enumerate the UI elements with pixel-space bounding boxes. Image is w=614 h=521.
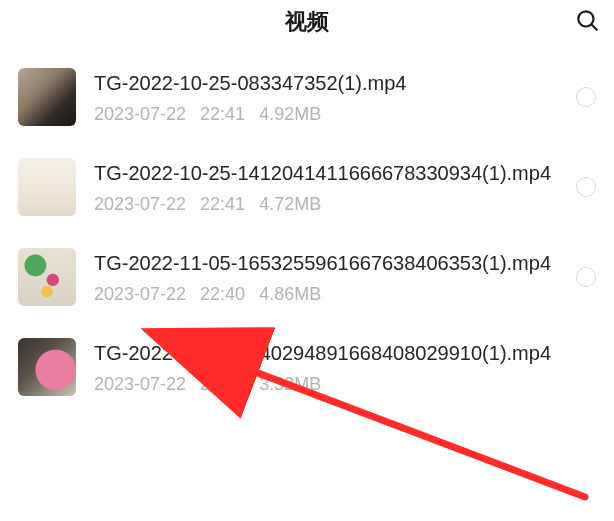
list-item[interactable]: TG-2022-11-14-1440294891668408029910(1).… [0,322,614,412]
file-date: 2023-07-22 [94,194,186,214]
file-info: TG-2022-10-25-083347352(1).mp4 2023-07-2… [94,69,558,125]
video-thumbnail [18,158,76,216]
file-name: TG-2022-10-25-083347352(1).mp4 [94,69,558,98]
file-date: 2023-07-22 [94,284,186,304]
file-info: TG-2022-10-25-1412041411666678330934(1).… [94,159,558,215]
list-item[interactable]: TG-2022-10-25-1412041411666678330934(1).… [0,142,614,232]
file-time: 22:40 [200,374,245,394]
file-meta: 2023-07-2222:414.92MB [94,104,558,125]
file-date: 2023-07-22 [94,104,186,124]
file-time: 22:40 [200,284,245,304]
video-thumbnail [18,248,76,306]
file-info: TG-2022-11-05-1653255961667638406353(1).… [94,249,558,305]
svg-line-1 [591,24,596,29]
file-meta: 2023-07-2222:414.72MB [94,194,558,215]
search-icon[interactable] [574,7,600,37]
file-time: 22:41 [200,194,245,214]
header: 视频 [0,0,614,44]
list-item[interactable]: TG-2022-10-25-083347352(1).mp4 2023-07-2… [0,52,614,142]
file-size: 3.32MB [259,374,321,394]
page-title: 视频 [285,7,329,37]
file-name: TG-2022-11-05-1653255961667638406353(1).… [94,249,558,278]
file-date: 2023-07-22 [94,374,186,394]
file-meta: 2023-07-2222:404.86MB [94,284,558,305]
file-size: 4.72MB [259,194,321,214]
list-item[interactable]: TG-2022-11-05-1653255961667638406353(1).… [0,232,614,322]
file-info: TG-2022-11-14-1440294891668408029910(1).… [94,339,596,395]
select-radio[interactable] [576,267,596,287]
file-list: TG-2022-10-25-083347352(1).mp4 2023-07-2… [0,44,614,412]
video-thumbnail [18,338,76,396]
file-time: 22:41 [200,104,245,124]
select-radio[interactable] [576,177,596,197]
file-size: 4.86MB [259,284,321,304]
video-thumbnail [18,68,76,126]
file-name: TG-2022-11-14-1440294891668408029910(1).… [94,339,596,368]
file-meta: 2023-07-2222:403.32MB [94,374,596,395]
file-name: TG-2022-10-25-1412041411666678330934(1).… [94,159,558,188]
select-radio[interactable] [576,87,596,107]
file-size: 4.92MB [259,104,321,124]
